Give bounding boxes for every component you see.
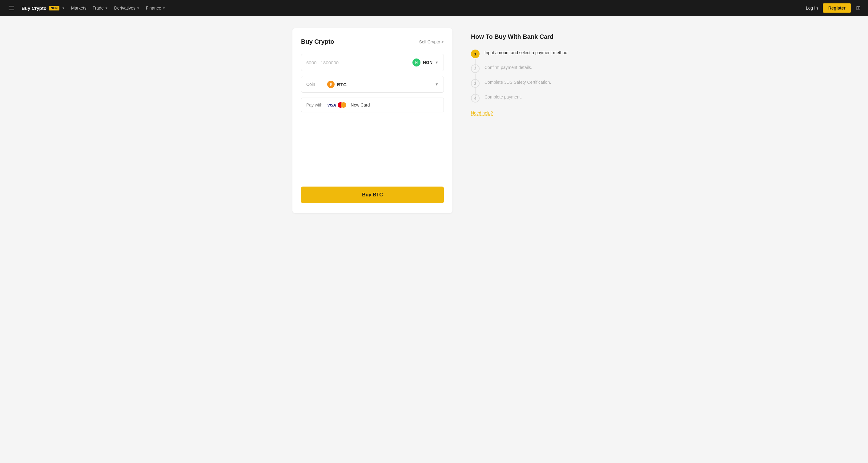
nav-item-finance[interactable]: Finance ▼ — [146, 5, 165, 10]
login-button[interactable]: Log In — [806, 5, 818, 10]
derivatives-chevron: ▼ — [137, 6, 140, 10]
step-4: 4 Complete payment. — [471, 93, 576, 108]
step-2-text: Confirm payment details. — [485, 64, 532, 79]
navbar-left: Buy Crypto NGN ▼ Markets Trade ▼ Derivat… — [7, 5, 799, 11]
mc-circle-right — [341, 102, 346, 108]
pay-icons: VISA New Card — [327, 102, 370, 108]
ngn-icon: N — [412, 59, 421, 66]
navbar: Buy Crypto NGN ▼ Markets Trade ▼ Derivat… — [0, 0, 868, 16]
btc-icon: ₿ — [327, 81, 335, 88]
step-3-text: Complete 3DS Safety Certification. — [485, 79, 551, 93]
card-header: Buy Crypto Sell Crypto > — [301, 38, 444, 45]
step-4-text: Complete payment. — [485, 93, 522, 108]
main-content: Buy Crypto Sell Crypto > 6000 - 1800000 … — [249, 16, 619, 225]
step-3: 3 Complete 3DS Safety Certification. — [471, 79, 576, 93]
pay-with-row[interactable]: Pay with VISA New Card — [301, 98, 444, 112]
currency-selector[interactable]: N NGN ▼ — [412, 59, 439, 66]
amount-placeholder: 6000 - 1800000 — [306, 60, 339, 65]
brand-text: Buy Crypto — [22, 5, 46, 11]
step-1-circle: 1 — [471, 50, 479, 58]
amount-input-wrapper[interactable]: 6000 - 1800000 N NGN ▼ — [301, 54, 444, 71]
coin-selector[interactable]: Coin ₿ BTC ▼ — [301, 76, 444, 93]
step-2: 2 Confirm payment details. — [471, 64, 576, 79]
wallet-icon[interactable]: ⊞ — [856, 5, 861, 11]
nav-item-derivatives[interactable]: Derivatives ▼ — [114, 5, 140, 10]
new-card-text: New Card — [350, 102, 370, 107]
instructions-panel: How To Buy With Bank Card 1 Input amount… — [471, 28, 576, 213]
mastercard-icon — [338, 102, 346, 108]
coin-value: ₿ BTC — [325, 81, 435, 88]
step-2-circle: 2 — [471, 64, 479, 73]
nav-item-trade[interactable]: Trade ▼ — [93, 5, 108, 10]
coin-chevron: ▼ — [435, 82, 439, 87]
finance-chevron: ▼ — [162, 6, 165, 10]
buy-button[interactable]: Buy BTC — [301, 187, 444, 203]
step-1-text: Input amount and select a payment method… — [485, 49, 568, 64]
visa-logo: VISA — [327, 103, 336, 107]
hamburger-menu[interactable] — [7, 5, 16, 11]
currency-label: NGN — [423, 60, 432, 65]
pay-label: Pay with — [306, 102, 325, 107]
step-3-circle: 3 — [471, 79, 479, 88]
card-title: Buy Crypto — [301, 38, 334, 45]
currency-chevron: ▼ — [435, 60, 439, 65]
nav-item-markets[interactable]: Markets — [71, 5, 87, 10]
sell-link[interactable]: Sell Crypto > — [419, 39, 444, 44]
brand-chevron: ▼ — [62, 6, 65, 10]
step-1: 1 Input amount and select a payment meth… — [471, 49, 576, 64]
instructions-title: How To Buy With Bank Card — [471, 33, 576, 40]
coin-label: Coin — [306, 82, 325, 87]
navbar-right: Log In Register ⊞ — [806, 3, 861, 12]
brand-badge: NGN — [49, 6, 59, 10]
step-4-circle: 4 — [471, 94, 479, 102]
nav-brand[interactable]: Buy Crypto NGN ▼ — [22, 5, 65, 11]
coin-name: BTC — [337, 82, 347, 87]
buy-crypto-card: Buy Crypto Sell Crypto > 6000 - 1800000 … — [292, 28, 453, 213]
register-button[interactable]: Register — [823, 3, 851, 12]
trade-chevron: ▼ — [105, 6, 108, 10]
need-help-link[interactable]: Need help? — [471, 111, 493, 116]
